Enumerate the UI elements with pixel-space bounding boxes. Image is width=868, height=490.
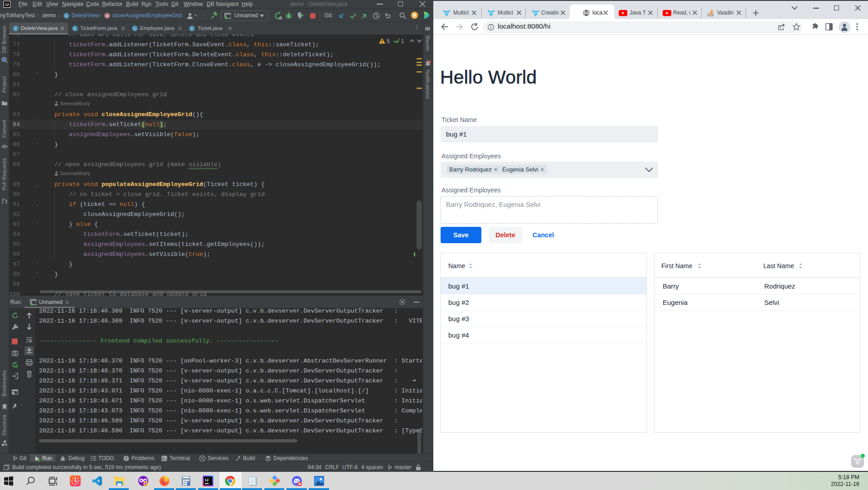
svg-text:IJ: IJ (205, 477, 209, 482)
